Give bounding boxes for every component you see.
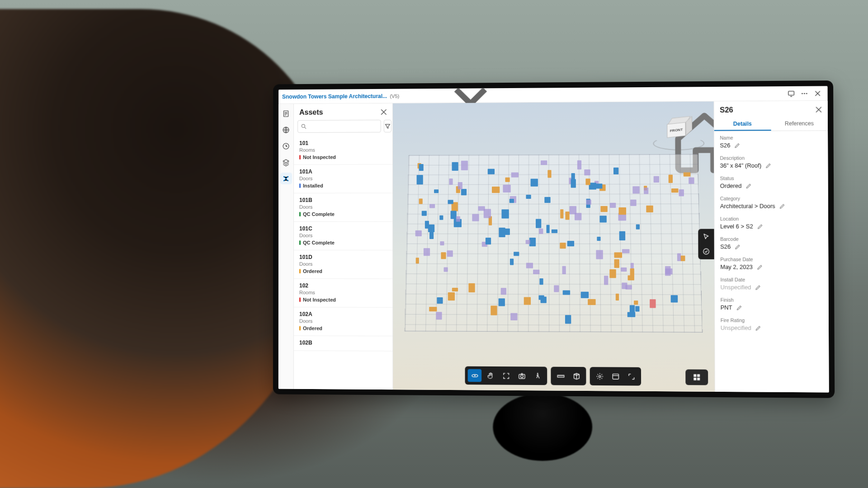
property-label: Description	[720, 155, 823, 161]
edit-icon[interactable]	[755, 325, 762, 331]
edit-icon[interactable]	[735, 244, 741, 250]
edit-icon[interactable]	[736, 305, 743, 311]
assets-search-input[interactable]	[297, 120, 381, 133]
fit-view-icon[interactable]	[499, 369, 513, 382]
grid-view-button[interactable]	[685, 369, 708, 385]
property-label: Category	[720, 196, 823, 202]
asset-item[interactable]: 102ADoorsOrdered	[294, 307, 392, 336]
edit-icon[interactable]	[765, 162, 772, 169]
property-label: Barcode	[720, 236, 824, 242]
asset-item[interactable]: 101DDoorsOrdered	[294, 250, 392, 279]
edit-icon[interactable]	[734, 142, 741, 149]
asset-category: Rooms	[299, 290, 388, 296]
building-render	[406, 152, 700, 332]
monitor-stand	[493, 393, 592, 461]
viewcube[interactable]: FRONT	[653, 113, 704, 150]
more-icon[interactable]	[799, 88, 810, 99]
edit-icon[interactable]	[779, 203, 786, 209]
asset-item[interactable]: 101ADoorsInstalled	[294, 164, 392, 193]
asset-status: QC Complete	[299, 240, 388, 245]
asset-status: QC Complete	[299, 211, 388, 217]
details-properties: NameS26Description36" x 84" (Roof)Status…	[714, 131, 829, 393]
pan-tool-icon[interactable]	[483, 369, 497, 382]
rail-assets-icon[interactable]	[280, 173, 292, 184]
viewer-toolbar	[465, 366, 642, 386]
grid-icon	[692, 373, 702, 382]
viewcube-front-label: FRONT	[667, 122, 685, 138]
asset-status: Installed	[299, 183, 388, 188]
property-row: BarcodeS26	[720, 236, 824, 250]
left-rail	[278, 104, 294, 389]
property-label: Name	[720, 135, 823, 141]
rail-history-icon[interactable]	[280, 140, 292, 152]
asset-id: 101A	[299, 168, 388, 175]
measure-tool-icon[interactable]	[554, 370, 568, 383]
home-view-icon[interactable]	[634, 108, 644, 117]
property-row: CategoryArchitectural > Doors	[720, 196, 824, 210]
asset-id: 101B	[299, 197, 388, 203]
document-title[interactable]: Snowdon Towers Sample Architectural...	[282, 93, 387, 99]
property-row: Purchase DateMay 2, 2023	[720, 257, 824, 271]
asset-item[interactable]: 101RoomsNot Inspected	[294, 136, 392, 165]
asset-list[interactable]: 101RoomsNot Inspected101ADoorsInstalled1…	[294, 136, 392, 389]
rail-sheets-icon[interactable]	[280, 108, 292, 119]
property-value: Ordered	[720, 183, 742, 189]
details-close-icon[interactable]	[814, 105, 823, 113]
property-value: 36" x 84" (Roof)	[720, 163, 762, 169]
property-label: Status	[720, 175, 823, 181]
asset-id: 102B	[299, 339, 388, 346]
property-label: Install Date	[720, 277, 824, 283]
tab-references[interactable]: References	[771, 117, 828, 131]
walk-tool-icon[interactable]	[530, 370, 544, 383]
asset-item[interactable]: 102RoomsNot Inspected	[294, 279, 392, 308]
asset-category: Doors	[299, 318, 388, 324]
asset-status: Ordered	[299, 268, 388, 274]
asset-id: 101C	[299, 225, 388, 232]
settings-icon[interactable]	[593, 370, 607, 383]
select-tool-icon[interactable]	[701, 232, 712, 242]
section-tool-icon[interactable]	[569, 370, 583, 383]
property-label: Finish	[721, 297, 824, 303]
property-row: FinishPNT	[721, 297, 824, 311]
property-row: Install DateUnspecified	[720, 277, 824, 291]
property-row: NameS26	[720, 135, 823, 149]
asset-category: Doors	[299, 261, 388, 267]
monitor: Snowdon Towers Sample Architectural... (…	[273, 80, 835, 398]
fullscreen-icon[interactable]	[624, 370, 638, 383]
rail-globe-icon[interactable]	[280, 124, 292, 136]
property-value: Level 6 > S2	[720, 223, 753, 230]
asset-status: Ordered	[299, 325, 388, 331]
orbit-tool-icon[interactable]	[468, 369, 482, 382]
asset-item[interactable]: 102B	[294, 336, 392, 351]
asset-item[interactable]: 101CDoorsQC Complete	[294, 222, 392, 250]
asset-id: 101	[299, 140, 388, 146]
asset-item[interactable]: 101BDoorsQC Complete	[294, 193, 392, 222]
details-panel: S26 Details References NameS26Descriptio…	[714, 101, 829, 392]
rail-layers-icon[interactable]	[280, 156, 292, 168]
assets-title: Assets	[299, 108, 323, 117]
viewport-side-toolbar	[698, 229, 714, 259]
property-row: LocationLevel 6 > S2	[720, 216, 824, 230]
asset-category: Rooms	[299, 147, 388, 153]
model-viewport[interactable]: FRONT	[393, 102, 715, 392]
property-value: May 2, 2023	[720, 264, 753, 270]
asset-id: 102A	[299, 311, 388, 318]
asset-category: Doors	[299, 204, 388, 210]
assets-close-icon[interactable]	[380, 108, 388, 116]
assets-filter-button[interactable]	[384, 120, 392, 132]
edit-icon[interactable]	[756, 264, 763, 270]
properties-panel-icon[interactable]	[609, 370, 623, 383]
document-version: (V5)	[390, 93, 399, 99]
edit-icon[interactable]	[745, 183, 752, 189]
display-mode-icon[interactable]	[786, 88, 797, 99]
property-label: Purchase Date	[720, 257, 824, 262]
property-value: Architectural > Doors	[720, 203, 775, 209]
edit-icon[interactable]	[755, 284, 762, 291]
asset-status: Not Inspected	[299, 154, 388, 160]
camera-tool-icon[interactable]	[515, 369, 529, 382]
search-icon	[301, 123, 307, 130]
verify-tool-icon[interactable]	[701, 246, 712, 256]
asset-status: Not Inspected	[299, 297, 388, 303]
tab-details[interactable]: Details	[714, 117, 771, 131]
edit-icon[interactable]	[757, 223, 764, 230]
